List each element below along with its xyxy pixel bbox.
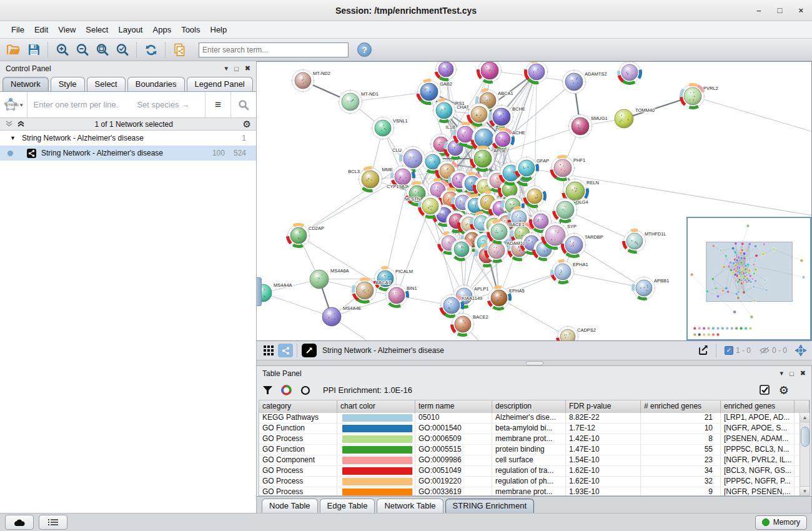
table-row[interactable]: KEGG Pathways05010Alzheimer's dise...8.8… [259, 413, 800, 424]
string-query-placeholder[interactable]: Enter one term per line. [34, 100, 119, 109]
network-node[interactable] [477, 62, 503, 84]
network-node[interactable]: CD2AP [287, 224, 325, 248]
table-panel-close-icon[interactable]: ✖ [800, 369, 806, 377]
menu-item-edit[interactable]: Edit [29, 22, 53, 37]
network-node[interactable] [525, 62, 549, 84]
network-collection-row[interactable]: ▼ String Network - Alzheimer's disease 1 [0, 131, 256, 146]
network-node[interactable]: EPHA5 [487, 286, 525, 310]
column-header-enriched-genes[interactable]: # enriched genes [641, 400, 721, 413]
network-node[interactable]: GFAP [515, 156, 550, 181]
panel-close-icon[interactable]: ✖ [245, 64, 250, 72]
table-panel-menu-icon[interactable]: ▾ [780, 369, 784, 377]
column-header-fdr-p-value[interactable]: FDR p-value [566, 400, 641, 413]
string-logo-icon[interactable]: STRING ▾ [0, 92, 27, 117]
network-node[interactable]: MS4A6A [310, 268, 349, 289]
tab-network-table[interactable]: Network Table [377, 499, 443, 513]
network-node[interactable]: VSNL1 [371, 116, 408, 141]
network-node[interactable]: BACE2 [451, 312, 488, 337]
menu-item-file[interactable]: File [6, 22, 29, 37]
zoom-out-button[interactable] [72, 41, 92, 59]
birdseye-toggle-icon[interactable] [792, 343, 809, 358]
zoom-selected-button[interactable] [112, 41, 132, 59]
tab-string-enrichment[interactable]: STRING Enrichment [445, 499, 534, 513]
pie-chart-icon[interactable] [281, 385, 292, 395]
collapse-all-icon[interactable] [5, 121, 13, 127]
menu-item-select[interactable]: Select [81, 22, 113, 37]
network-node[interactable]: ADAMTS2 [562, 69, 607, 95]
tab-select[interactable]: Select [87, 77, 126, 91]
table-row[interactable]: GO ProcessGO:0019220regulation of ph...1… [259, 477, 800, 487]
table-row[interactable]: GO ProcessGO:0033619membrane prot...1.93… [259, 487, 800, 495]
close-button[interactable]: × [798, 6, 803, 15]
network-node[interactable]: CADPS2 [557, 325, 597, 341]
table-row[interactable]: GO ProcessGO:0051049regulation of tra...… [259, 466, 800, 477]
tab-legend-panel[interactable]: Legend Panel [187, 77, 253, 91]
menu-item-help[interactable]: Help [205, 22, 232, 37]
network-node[interactable]: APBB1 [632, 276, 670, 300]
network-node[interactable]: EPHA1 [551, 260, 588, 284]
table-vertical-scrollbar[interactable]: ▲ ▼ [800, 413, 810, 495]
network-node[interactable]: MT-ND2 [291, 69, 330, 93]
network-node[interactable]: ACHE [492, 128, 525, 151]
network-node[interactable]: PVRL2 [680, 84, 718, 109]
network-node[interactable]: BCL3 [348, 167, 383, 192]
cloud-tasks-button[interactable] [5, 515, 34, 530]
string-search-icon[interactable] [230, 92, 256, 117]
zoom-in-button[interactable] [52, 41, 72, 59]
tab-node-table[interactable]: Node Table [262, 499, 318, 513]
column-header-category[interactable]: category [259, 400, 337, 413]
help-icon[interactable]: ? [357, 42, 372, 57]
expand-all-icon[interactable] [17, 121, 25, 127]
minimize-button[interactable]: – [756, 6, 761, 15]
menu-item-view[interactable]: View [53, 22, 81, 37]
menu-item-tools[interactable]: Tools [176, 22, 205, 37]
table-row[interactable]: GO FunctionGO:0005515protein binding1.47… [259, 445, 800, 455]
panel-menu-icon[interactable]: ▾ [225, 64, 229, 72]
network-from-file-button[interactable] [170, 41, 190, 59]
select-all-checkbox-icon[interactable] [760, 385, 770, 395]
open-in-view-icon[interactable] [302, 344, 317, 357]
horizontal-splitter[interactable] [257, 360, 812, 365]
network-node[interactable]: BCHE [489, 104, 525, 130]
column-header-description[interactable]: description [492, 400, 566, 413]
search-input[interactable] [199, 42, 349, 57]
filter-icon[interactable] [263, 386, 272, 395]
export-network-icon[interactable] [695, 343, 712, 358]
panel-float-icon[interactable]: □ [234, 65, 239, 72]
tab-network[interactable]: Network [2, 77, 49, 91]
birdseye-view[interactable] [686, 217, 811, 340]
table-row[interactable]: GO FunctionGO:0001540beta-amyloid bi...1… [259, 424, 800, 434]
scroll-thumb[interactable] [801, 427, 810, 447]
ring-chart-icon[interactable] [300, 385, 310, 395]
share-network-icon[interactable] [278, 344, 293, 357]
memory-button[interactable]: Memory [755, 515, 807, 530]
column-header-term-name[interactable]: term name [415, 400, 492, 413]
column-header-chart-color[interactable]: chart color [337, 400, 415, 413]
network-panel-gear-icon[interactable]: ⚙ [243, 119, 251, 130]
network-node[interactable]: MT-ND1 [338, 89, 379, 115]
column-header-enriched-genes[interactable]: enriched genes [721, 400, 795, 413]
network-node[interactable]: TOMM40 [615, 107, 655, 128]
table-settings-gear-icon[interactable]: ⚙ [779, 384, 789, 397]
collection-expand-icon[interactable]: ▼ [10, 135, 16, 141]
network-node[interactable]: NCSTN [404, 194, 442, 219]
save-session-button[interactable] [24, 41, 44, 59]
refresh-button[interactable] [141, 41, 161, 59]
grid-view-icon[interactable] [260, 343, 277, 358]
table-row[interactable]: GO ProcessGO:0006509membrane prot...1.42… [259, 434, 800, 445]
network-node[interactable] [435, 62, 458, 81]
maximize-button[interactable]: □ [778, 6, 783, 15]
network-node[interactable] [523, 185, 547, 208]
menu-item-apps[interactable]: Apps [148, 22, 177, 37]
network-node[interactable]: MS4A4A [257, 282, 292, 302]
scroll-up-icon[interactable]: ▲ [800, 413, 810, 422]
zoom-fit-button[interactable] [92, 41, 112, 59]
network-node[interactable]: MTHFD1L [623, 229, 666, 254]
panel-splitter-handle[interactable] [257, 277, 262, 306]
tab-edge-table[interactable]: Edge Table [320, 499, 375, 513]
network-row[interactable]: String Network - Alzheimer's disease 100… [0, 146, 256, 161]
open-session-button[interactable] [4, 41, 24, 59]
scroll-down-icon[interactable]: ▼ [800, 486, 810, 495]
string-options-icon[interactable]: ≡ [205, 92, 230, 117]
network-node[interactable] [618, 62, 642, 85]
